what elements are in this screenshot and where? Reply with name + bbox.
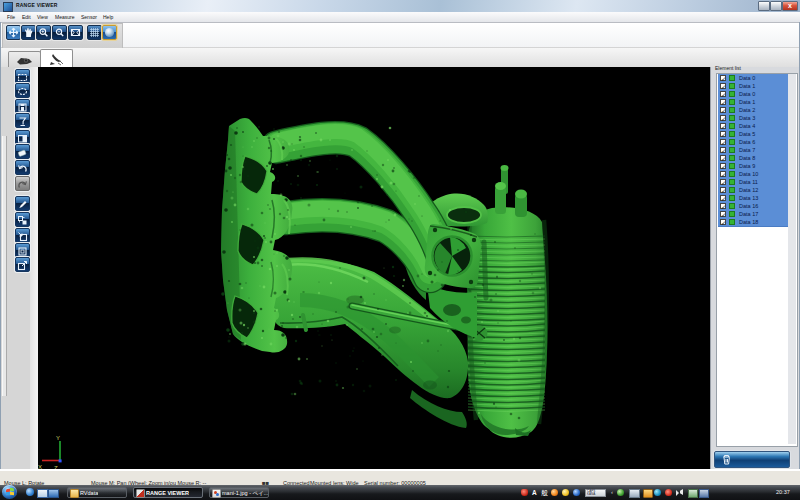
svg-text:Y: Y <box>56 435 60 441</box>
